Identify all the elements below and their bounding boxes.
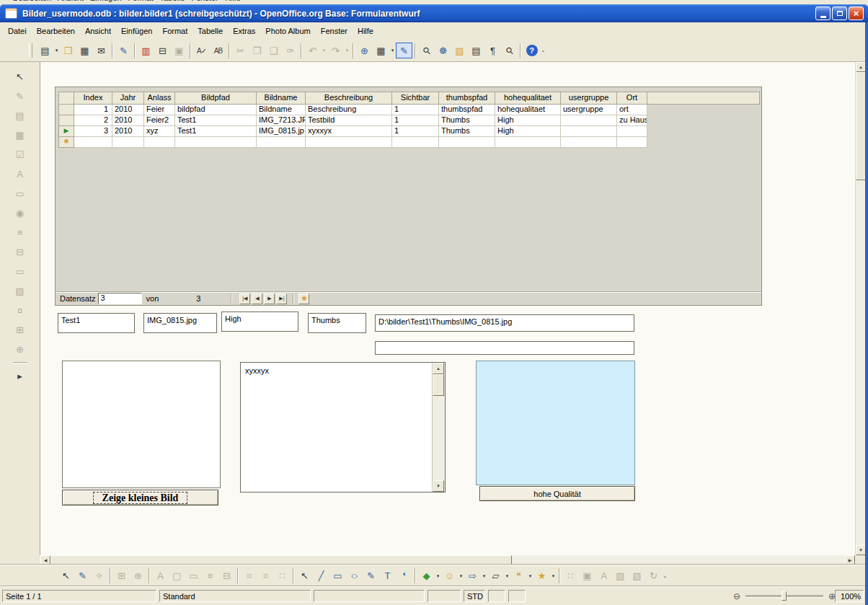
add-field-icon[interactable]: ⊕ xyxy=(11,340,30,358)
cell[interactable]: High xyxy=(495,115,561,126)
first-record-button[interactable]: |◀ xyxy=(239,293,250,304)
column-header-thumbspfad[interactable]: thumbspfad xyxy=(439,92,495,105)
helplines-icon[interactable]: ∷ xyxy=(274,568,291,584)
print-icon[interactable]: ⊟ xyxy=(154,43,171,58)
horizontal-scrollbar[interactable]: ◀ ▶ xyxy=(40,555,855,565)
current-row-indicator-icon[interactable]: ▶ xyxy=(59,126,74,137)
cell[interactable]: xyz xyxy=(144,126,175,137)
previous-record-button[interactable]: ◀ xyxy=(252,293,262,304)
listbox-control-icon[interactable]: ≡ xyxy=(202,568,218,584)
cell[interactable]: 3 xyxy=(74,126,112,137)
textbox-control-icon[interactable]: ▭ xyxy=(185,568,202,584)
cell[interactable]: zu Haus xyxy=(617,115,647,126)
column-header-index[interactable]: Index xyxy=(74,92,112,105)
cell[interactable]: xyxxyx xyxy=(306,126,392,137)
status-template[interactable]: Standard xyxy=(159,590,311,602)
option-button-control-icon[interactable]: ◉ xyxy=(11,204,30,221)
minimize-button[interactable] xyxy=(815,6,831,20)
form-properties-icon[interactable]: ▦ xyxy=(11,126,30,143)
paste-icon[interactable]: ❑ xyxy=(265,43,282,58)
cell[interactable]: bildpfad xyxy=(175,105,257,115)
column-header-hohequalitaet[interactable]: hohequalitaet xyxy=(495,92,561,105)
close-button[interactable]: × xyxy=(849,6,864,20)
zoom-icon[interactable]: ⚲ xyxy=(498,39,521,62)
row-selector[interactable] xyxy=(59,115,74,126)
high-quality-button[interactable]: hohe Qualität xyxy=(479,486,635,501)
scroll-left-icon[interactable]: ◀ xyxy=(40,555,50,565)
vertical-scrollbar[interactable]: ▲ ▼ xyxy=(855,62,865,555)
cell[interactable]: hohequalitaet xyxy=(495,105,561,115)
cell[interactable]: 1 xyxy=(74,105,112,115)
form-navigator-icon[interactable]: ⊞ xyxy=(11,321,30,338)
row-selector[interactable] xyxy=(59,105,74,115)
cell[interactable]: 2010 xyxy=(112,126,144,137)
open-icon[interactable]: ❒ xyxy=(60,43,76,58)
column-header-jahr[interactable]: Jahr xyxy=(112,92,144,105)
scroll-up-icon[interactable]: ▲ xyxy=(856,62,866,72)
cell[interactable] xyxy=(257,137,306,148)
stars-dropdown-icon[interactable]: ▾ xyxy=(550,568,557,584)
extrusion-icon[interactable]: ▣ xyxy=(579,568,595,584)
text-tool-icon[interactable]: T xyxy=(379,568,396,584)
form-navigator-icon[interactable]: ⊞ xyxy=(113,568,130,584)
gallery-icon[interactable]: ▧ xyxy=(629,568,645,584)
quality-image-box[interactable] xyxy=(476,361,635,485)
cell[interactable] xyxy=(175,137,257,148)
cell[interactable] xyxy=(561,115,617,126)
redo-icon[interactable]: ↷ xyxy=(327,43,344,58)
insert-table-icon[interactable]: ▦ xyxy=(373,43,389,58)
zoom-level[interactable]: 100% xyxy=(835,590,864,602)
gallery-icon[interactable]: ▧ xyxy=(451,43,468,58)
data-sources-icon[interactable]: ▤ xyxy=(468,43,484,58)
symbol-shapes-icon[interactable]: ☺ xyxy=(441,568,458,584)
select-drawing-icon[interactable]: ↖ xyxy=(296,568,313,584)
cell[interactable]: Feier xyxy=(144,105,175,115)
zoom-out-icon[interactable]: ⊖ xyxy=(731,591,743,601)
redo-dropdown-icon[interactable]: ▾ xyxy=(344,43,350,58)
callouts-dropdown-icon[interactable]: ▾ xyxy=(527,568,533,584)
stars-icon[interactable]: ★ xyxy=(533,568,550,584)
menu-bearbeiten[interactable]: Bearbeiten xyxy=(32,25,80,37)
show-small-image-button[interactable]: Zeige kleines Bild xyxy=(62,490,218,505)
basic-shapes-dropdown-icon[interactable]: ▾ xyxy=(435,568,441,584)
label-control-icon[interactable]: A xyxy=(11,165,30,182)
cell[interactable] xyxy=(561,126,617,137)
extra-field[interactable] xyxy=(375,341,634,355)
ellipse-tool-icon[interactable]: ○ xyxy=(343,568,366,584)
column-header-usergruppe[interactable]: usergruppe xyxy=(561,92,617,105)
undo-dropdown-icon[interactable]: ▾ xyxy=(321,43,327,58)
qualitaet-field[interactable]: High xyxy=(221,312,298,332)
menu-extras[interactable]: Extras xyxy=(228,25,260,37)
scrollbar-thumb[interactable] xyxy=(433,374,444,396)
record-number-input[interactable]: 3 xyxy=(98,293,142,304)
rotate-icon[interactable]: ↻ xyxy=(645,568,662,584)
cell[interactable]: Test1 xyxy=(175,126,257,137)
status-insert-mode[interactable]: STD xyxy=(464,590,485,602)
add-field-icon[interactable]: ⊕ xyxy=(130,568,146,584)
symbol-shapes-dropdown-icon[interactable]: ▾ xyxy=(458,568,464,584)
cell[interactable] xyxy=(495,137,561,148)
cell[interactable] xyxy=(112,137,144,148)
cell[interactable]: thumbspfad xyxy=(439,105,495,115)
thumbspfad-field[interactable]: Thumbs xyxy=(308,313,366,333)
combobox-control-icon[interactable]: ⊟ xyxy=(11,243,30,260)
cell[interactable]: Test1 xyxy=(175,115,257,126)
basic-shapes-icon[interactable]: ◆ xyxy=(418,568,435,584)
insert-from-file-icon[interactable]: ▧ xyxy=(612,568,629,584)
callouts-icon[interactable]: ❝ xyxy=(510,568,527,584)
cell[interactable]: ort xyxy=(617,105,647,115)
cell[interactable]: Feier2 xyxy=(144,115,175,126)
textbox-control-icon[interactable]: ▭ xyxy=(11,185,30,202)
block-arrows-dropdown-icon[interactable]: ▾ xyxy=(481,568,487,584)
menu-tabelle[interactable]: Tabelle xyxy=(192,25,228,37)
menu-fenster[interactable]: Fenster xyxy=(316,25,353,37)
edit-points-icon[interactable]: ∷ xyxy=(562,568,579,584)
pushbutton-control-icon[interactable]: ▭ xyxy=(11,262,30,280)
new-row-indicator-icon[interactable]: ✱ xyxy=(59,137,74,148)
label-control-icon[interactable]: A xyxy=(152,568,169,584)
header-row-selector[interactable] xyxy=(59,92,74,105)
formatted-field-icon[interactable]: ¤ xyxy=(11,301,30,319)
design-mode-icon[interactable]: ✎ xyxy=(11,87,30,105)
cell[interactable] xyxy=(617,126,647,137)
cell[interactable]: usergruppe xyxy=(561,105,617,115)
